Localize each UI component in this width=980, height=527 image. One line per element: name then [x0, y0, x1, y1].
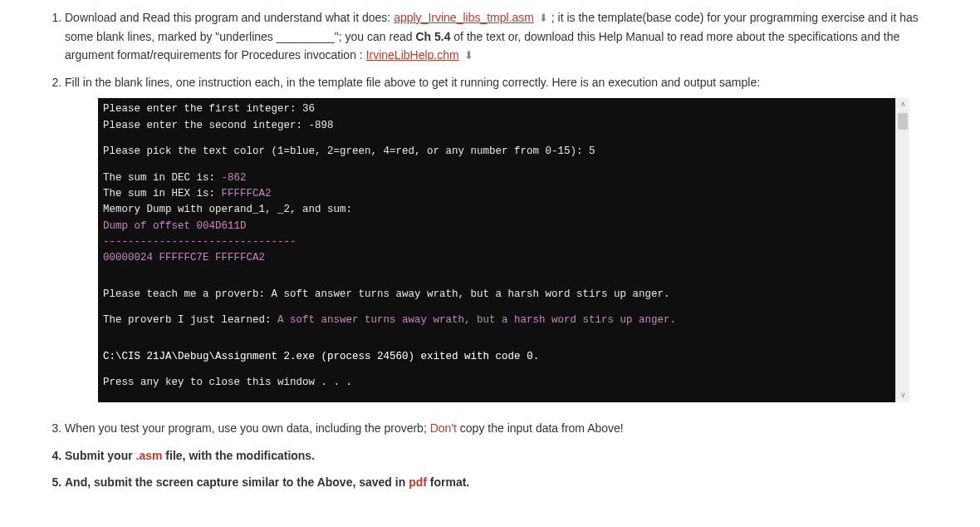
item3-post: copy the input data from Above!: [457, 421, 624, 435]
scroll-down-icon[interactable]: ∨: [896, 389, 909, 402]
download-icon[interactable]: ⬇: [464, 47, 473, 65]
console-user-input: A soft answer turns away wrath, but a ha…: [272, 288, 670, 300]
console-line: Please pick the text color (1=blue, 2=gr…: [103, 145, 589, 157]
link-help-chm[interactable]: IrvineLibHelp.chm: [366, 48, 459, 62]
console-line: CIS: [122, 351, 147, 362]
item5-pre: And, submit the screen capture similar t…: [65, 475, 409, 489]
console-line: The sum in HEX is:: [103, 188, 222, 199]
item4-emphasis: .asm: [136, 449, 163, 462]
console-line: 21JA\Debug\Assignment 2.exe (process 245…: [147, 351, 458, 362]
link-template-asm[interactable]: apply_Irvine_libs_tmpl.asm: [394, 11, 534, 24]
console-user-input: 5: [589, 145, 595, 157]
chapter-ref: Ch 5.4: [415, 30, 450, 43]
console-line: The proverb I just learned:: [103, 314, 277, 326]
console-line: Please enter the first integer:: [103, 103, 302, 115]
console-container: Please enter the first integer: 36 Pleas…: [98, 98, 895, 402]
console-line: The sum in DEC is:: [103, 172, 215, 184]
console-line: Dump of offset 004D611D: [103, 220, 247, 232]
console-line: Please enter the second integer:: [103, 120, 309, 131]
item2-text: Fill in the blank lines, one instruction…: [65, 76, 760, 89]
console-value: FFFFFCA2: [222, 188, 272, 199]
console-value: A soft answer turns away wrath, but a ha…: [277, 314, 676, 326]
console-user-input: 36: [302, 103, 315, 115]
instruction-item-1: Download and Read this program and under…: [65, 8, 938, 65]
instruction-item-3: When you test your program, use you own …: [65, 419, 938, 437]
instruction-item-5: And, submit the screen capture similar t…: [65, 473, 938, 491]
item3-pre: When you test your program, use you own …: [65, 421, 430, 435]
console-line: with: [458, 351, 496, 362]
console-line: Memory Dump with operand_1, _2, and sum:: [103, 204, 352, 215]
scrollbar[interactable]: ∧ ∨: [895, 98, 909, 402]
console-line: 00000024 FFFFFC7E FFFFFCA2: [103, 252, 265, 264]
console-line: -------------------------------: [103, 236, 296, 248]
console-output: Please enter the first integer: 36 Pleas…: [98, 98, 895, 402]
instruction-item-2: Fill in the blank lines, one instruction…: [65, 73, 938, 402]
scroll-thumb[interactable]: [898, 113, 908, 130]
scroll-up-icon[interactable]: ∧: [896, 98, 909, 111]
item4-post: file, with the modifications.: [162, 449, 315, 462]
item4-pre: Submit your: [65, 449, 136, 462]
console-line: code: [496, 351, 527, 362]
instruction-list: Download and Read this program and under…: [42, 8, 938, 491]
console-line: Please teach me a proverb:: [103, 288, 272, 300]
item1-text-pre: Download and Read this program and under…: [65, 11, 394, 24]
item5-emphasis: pdf: [409, 475, 427, 489]
console-line: C:\: [103, 351, 122, 362]
item5-post: format.: [427, 475, 469, 489]
console-value: -862: [215, 172, 247, 184]
download-icon[interactable]: ⬇: [539, 10, 548, 27]
instruction-item-4: Submit your .asm file, with the modifica…: [65, 446, 938, 465]
console-user-input: -898: [309, 120, 334, 131]
console-line: Press any key to close this window . . .: [103, 377, 352, 388]
item3-emphasis: Don't: [430, 421, 457, 435]
console-line: 0.: [527, 351, 539, 362]
